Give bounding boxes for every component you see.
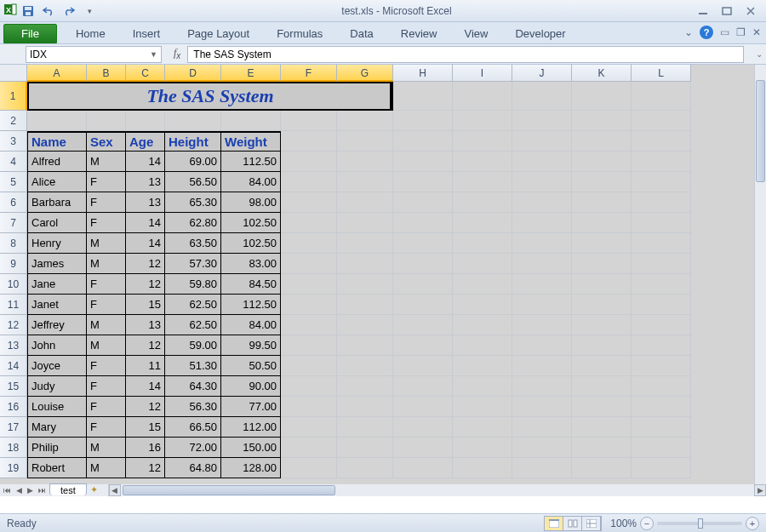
cell-8-H[interactable] — [393, 233, 453, 254]
cell-sex-13[interactable]: F — [87, 417, 126, 438]
header-name[interactable]: Name — [27, 131, 87, 152]
cell-8-L[interactable] — [632, 233, 691, 254]
cell-age-10[interactable]: 11 — [126, 356, 165, 376]
close-button[interactable] — [742, 4, 759, 18]
header-age[interactable]: Age — [126, 131, 165, 152]
sheet-tab-test[interactable]: test — [49, 483, 87, 495]
cell-sex-8[interactable]: M — [87, 315, 126, 335]
header-height[interactable]: Height — [165, 131, 221, 152]
cell-7-L[interactable] — [632, 213, 691, 233]
cell-18-I[interactable] — [453, 438, 512, 458]
cell-11-K[interactable] — [572, 295, 632, 315]
cell-sex-5[interactable]: M — [87, 254, 126, 274]
row-header-16[interactable]: 16 — [0, 397, 27, 417]
cell-age-7[interactable]: 15 — [126, 295, 165, 315]
cell-name-3[interactable]: Carol — [27, 213, 87, 233]
cell-13-F[interactable] — [281, 335, 337, 356]
tab-file[interactable]: File — [3, 24, 57, 43]
cell-height-2[interactable]: 65.30 — [165, 192, 221, 213]
cell-height-11[interactable]: 64.30 — [165, 376, 221, 397]
formula-expand-icon[interactable]: ⌄ — [752, 49, 766, 59]
cell-age-13[interactable]: 15 — [126, 417, 165, 438]
vertical-scrollbar[interactable] — [754, 65, 766, 484]
cell-7-J[interactable] — [512, 213, 572, 233]
tab-formulas[interactable]: Formulas — [263, 24, 336, 43]
tab-view[interactable]: View — [450, 24, 501, 43]
cell-weight-3[interactable]: 102.50 — [221, 213, 281, 233]
cell-8-G[interactable] — [337, 233, 393, 254]
cell-sex-1[interactable]: F — [87, 172, 126, 192]
cell-grid[interactable]: The SAS SystemNameSexAgeHeightWeightAlfr… — [27, 82, 754, 484]
cell-weight-2[interactable]: 98.00 — [221, 192, 281, 213]
zoom-out-button[interactable]: − — [640, 517, 654, 530]
cell-name-7[interactable]: Janet — [27, 295, 87, 315]
cell-1-H[interactable] — [393, 82, 453, 111]
row-header-2[interactable]: 2 — [0, 111, 27, 131]
new-sheet-icon[interactable]: ✦ — [90, 484, 98, 496]
zoom-level[interactable]: 100% — [610, 518, 637, 529]
cell-height-8[interactable]: 62.50 — [165, 315, 221, 335]
cell-15-G[interactable] — [337, 376, 393, 397]
cell-height-15[interactable]: 64.80 — [165, 458, 221, 478]
cell-6-F[interactable] — [281, 192, 337, 213]
header-sex[interactable]: Sex — [87, 131, 126, 152]
cell-17-I[interactable] — [453, 417, 512, 438]
cell-14-H[interactable] — [393, 356, 453, 376]
cell-12-J[interactable] — [512, 315, 572, 335]
cell-weight-10[interactable]: 50.50 — [221, 356, 281, 376]
cell-14-F[interactable] — [281, 356, 337, 376]
cell-height-14[interactable]: 72.00 — [165, 438, 221, 458]
cell-2-D[interactable] — [165, 111, 221, 131]
cell-name-0[interactable]: Alfred — [27, 152, 87, 172]
workbook-minimize-icon[interactable]: ▭ — [720, 26, 729, 38]
cell-11-J[interactable] — [512, 295, 572, 315]
row-header-8[interactable]: 8 — [0, 233, 27, 254]
cell-13-K[interactable] — [572, 335, 632, 356]
workbook-close-icon[interactable]: ✕ — [752, 26, 761, 38]
row-header-18[interactable]: 18 — [0, 438, 27, 458]
cell-weight-11[interactable]: 90.00 — [221, 376, 281, 397]
tab-review[interactable]: Review — [387, 24, 451, 43]
cell-13-L[interactable] — [632, 335, 691, 356]
cell-5-L[interactable] — [632, 172, 691, 192]
cell-19-L[interactable] — [632, 458, 691, 478]
col-header-I[interactable]: I — [453, 65, 512, 82]
minimize-ribbon-icon[interactable]: ⌄ — [684, 26, 693, 38]
cell-13-H[interactable] — [393, 335, 453, 356]
hscroll-left-icon[interactable]: ◀ — [109, 484, 121, 496]
cell-sex-6[interactable]: F — [87, 274, 126, 295]
cell-weight-5[interactable]: 83.00 — [221, 254, 281, 274]
cell-height-1[interactable]: 56.50 — [165, 172, 221, 192]
undo-icon[interactable] — [39, 3, 58, 20]
cell-name-11[interactable]: Judy — [27, 376, 87, 397]
tab-insert[interactable]: Insert — [119, 24, 174, 43]
row-header-7[interactable]: 7 — [0, 213, 27, 233]
cell-14-G[interactable] — [337, 356, 393, 376]
cell-5-K[interactable] — [572, 172, 632, 192]
zoom-slider[interactable] — [657, 522, 742, 525]
row-header-19[interactable]: 19 — [0, 458, 27, 478]
cell-3-H[interactable] — [393, 131, 453, 152]
cell-1-I[interactable] — [453, 82, 512, 111]
cell-19-G[interactable] — [337, 458, 393, 478]
qat-customize-icon[interactable]: ▾ — [80, 3, 99, 20]
cell-sex-2[interactable]: F — [87, 192, 126, 213]
cell-name-10[interactable]: Joyce — [27, 356, 87, 376]
cell-16-L[interactable] — [632, 397, 691, 417]
cell-11-I[interactable] — [453, 295, 512, 315]
cell-17-L[interactable] — [632, 417, 691, 438]
minimize-button[interactable] — [695, 4, 712, 18]
header-weight[interactable]: Weight — [221, 131, 281, 152]
cell-age-1[interactable]: 13 — [126, 172, 165, 192]
cell-8-J[interactable] — [512, 233, 572, 254]
cell-weight-14[interactable]: 150.00 — [221, 438, 281, 458]
cell-age-3[interactable]: 14 — [126, 213, 165, 233]
view-normal-icon[interactable] — [545, 517, 563, 530]
cell-10-G[interactable] — [337, 274, 393, 295]
cell-7-G[interactable] — [337, 213, 393, 233]
cell-5-F[interactable] — [281, 172, 337, 192]
cell-9-I[interactable] — [453, 254, 512, 274]
cell-height-5[interactable]: 57.30 — [165, 254, 221, 274]
cell-age-15[interactable]: 12 — [126, 458, 165, 478]
cell-name-13[interactable]: Mary — [27, 417, 87, 438]
